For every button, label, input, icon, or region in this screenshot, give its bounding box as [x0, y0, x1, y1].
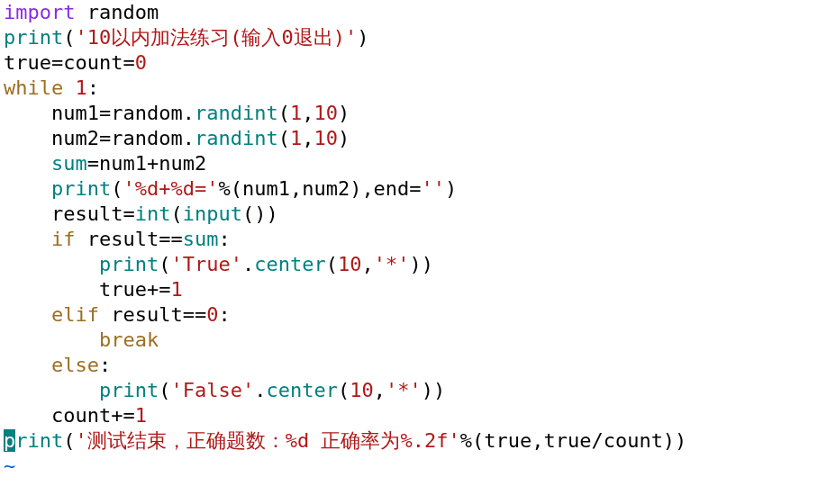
line-18: print('测试结束，正确题数：%d 正确率为%.2f'%(true,true… [4, 429, 686, 452]
fn-center: center [254, 253, 325, 275]
fn-print: print [99, 253, 159, 275]
string-literal: '10以内加法练习(输入0退出)' [75, 26, 357, 49]
kw-break: break [99, 328, 159, 351]
eof-marker: ~ [4, 454, 15, 477]
cursor: p [4, 429, 15, 452]
line-9: result=int(input()) [4, 202, 278, 225]
fn-randint: randint [195, 127, 278, 149]
fn-print: rint [15, 429, 63, 452]
fn-print: print [99, 379, 159, 401]
fn-int: int [135, 202, 171, 225]
fn-print: print [51, 177, 111, 200]
string-literal: '%d+%d=' [123, 177, 218, 200]
line-10: if result==sum: [4, 228, 231, 250]
line-eof: ~ [4, 454, 15, 477]
line-14: break [4, 328, 159, 351]
kw-import: import [4, 1, 75, 23]
line-13: elif result==0: [4, 303, 231, 326]
string-literal: 'False' [170, 379, 254, 401]
fn-sum: sum [51, 152, 87, 175]
line-7: sum=num1+num2 [4, 152, 206, 175]
line-1: import random [4, 1, 159, 23]
fn-randint: randint [195, 102, 278, 124]
line-3: true=count=0 [4, 51, 147, 74]
line-17: count+=1 [4, 404, 147, 427]
line-6: num2=random.randint(1,10) [4, 127, 350, 149]
kw-if: if [51, 228, 76, 250]
fn-input: input [183, 202, 242, 225]
line-5: num1=random.randint(1,10) [4, 102, 350, 124]
fn-print: print [4, 26, 63, 49]
kw-while: while [4, 76, 63, 99]
line-15: else: [4, 354, 111, 376]
line-8: print('%d+%d='%(num1,num2),end='') [4, 177, 457, 200]
fn-center: center [266, 379, 337, 401]
string-literal: '测试结束，正确题数：%d 正确率为%.2f' [75, 429, 459, 452]
line-16: print('False'.center(10,'*')) [4, 379, 445, 401]
code-editor[interactable]: import random print('10以内加法练习(输入0退出)') t… [0, 0, 836, 479]
line-2: print('10以内加法练习(输入0退出)') [4, 26, 368, 49]
kw-elif: elif [51, 303, 99, 326]
line-11: print('True'.center(10,'*')) [4, 253, 433, 275]
line-12: true+=1 [4, 278, 183, 301]
line-4: while 1: [4, 76, 99, 99]
string-literal: 'True' [170, 253, 241, 275]
kw-else: else [51, 354, 99, 376]
